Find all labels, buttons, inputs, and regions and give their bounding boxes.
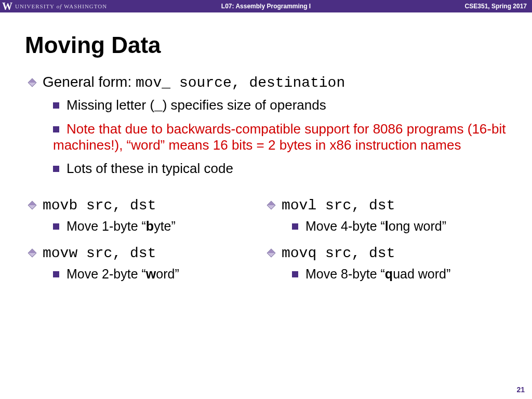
movl-item: movl src, dst [268, 196, 507, 214]
square-bullet-icon [292, 271, 298, 277]
movw-desc: Move 2-byte “word” [53, 267, 268, 282]
page-number: 21 [516, 385, 525, 394]
movl-a: Move 4-byte “ [305, 219, 385, 233]
movb-code: movb src, dst [43, 197, 156, 214]
movq-code: movq src, dst [282, 245, 395, 261]
general-form-item: General form: mov_ source, destination [29, 74, 507, 91]
movb-item: movb src, dst [29, 196, 268, 214]
slide: W UNIVERSITY of WASHINGTON L07: Assembly… [0, 0, 532, 399]
sub1-b: _ [154, 98, 163, 114]
movl-code: movl src, dst [282, 197, 395, 214]
square-bullet-icon [53, 166, 59, 172]
lots-item: Lots of these in typical code [53, 161, 507, 177]
diamond-bullet-icon [29, 79, 35, 86]
univ-pre: UNIVERSITY [15, 3, 55, 9]
sub1-a: Missing letter ( [66, 97, 154, 113]
movw-code: movw src, dst [43, 245, 156, 261]
sub1-c: ) specifies size of operands [163, 97, 326, 113]
movb-c: yte” [154, 219, 176, 233]
square-bullet-icon [53, 102, 59, 109]
columns: movb src, dst Move 1-byte “byte” movw sr… [29, 196, 507, 292]
slide-header: W UNIVERSITY of WASHINGTON L07: Assembly… [0, 0, 532, 12]
missing-letter-item: Missing letter (_) specifies size of ope… [53, 97, 507, 114]
diamond-bullet-icon [268, 250, 274, 256]
square-bullet-icon [53, 271, 59, 277]
word-note-text: Note that due to backwards-compatible su… [53, 121, 506, 153]
movw-a: Move 2-byte “ [66, 267, 146, 281]
right-column: movl src, dst Move 4-byte “long word” mo… [268, 196, 507, 292]
square-bullet-icon [53, 223, 59, 230]
content-area: General form: mov_ source, destination M… [29, 74, 507, 292]
movl-desc: Move 4-byte “long word” [292, 219, 507, 234]
movw-item: movw src, dst [29, 244, 268, 261]
university-name: UNIVERSITY of WASHINGTON [15, 3, 107, 9]
movb-a: Move 1-byte “ [66, 219, 146, 233]
movq-item: movq src, dst [268, 244, 507, 261]
movb-b: b [146, 219, 154, 233]
word-note-item: Note that due to backwards-compatible su… [53, 121, 507, 153]
movq-a: Move 8-byte “ [305, 267, 385, 281]
general-form-label: General form: [43, 74, 136, 90]
general-form-code: mov_ source, destination [136, 75, 345, 91]
movw-c: ord” [156, 267, 179, 281]
movb-desc: Move 1-byte “byte” [53, 219, 268, 234]
movq-c: uad word” [393, 267, 450, 281]
uw-logo: W [0, 1, 15, 12]
univ-of: of [55, 3, 64, 9]
lecture-title: L07: Assembly Programming I [221, 3, 311, 10]
movw-b: w [146, 267, 156, 281]
left-column: movb src, dst Move 1-byte “byte” movw sr… [29, 196, 268, 292]
movl-b: l [385, 219, 389, 233]
page-title: Moving Data [25, 32, 532, 58]
course-term: CSE351, Spring 2017 [465, 3, 527, 10]
diamond-bullet-icon [29, 250, 35, 256]
square-bullet-icon [53, 126, 59, 132]
movq-b: q [385, 267, 393, 281]
univ-post: WASHINGTON [64, 3, 107, 9]
square-bullet-icon [292, 223, 298, 230]
movl-c: ong word” [389, 219, 446, 233]
movq-desc: Move 8-byte “quad word” [292, 267, 507, 282]
diamond-bullet-icon [268, 202, 274, 208]
diamond-bullet-icon [29, 202, 35, 208]
lots-text: Lots of these in typical code [66, 161, 233, 176]
